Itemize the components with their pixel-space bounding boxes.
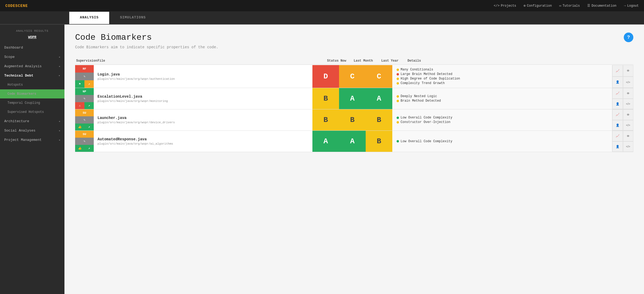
chevron-right-icon: ◂ xyxy=(58,55,60,59)
col-header-details: Details xyxy=(403,59,633,63)
page-title: Code Biomarkers xyxy=(75,33,633,42)
grade-month-automated: A xyxy=(339,131,366,152)
sidebar-item-social-analyses[interactable]: Social Analyses ◂ xyxy=(0,126,64,135)
detail-item: Large Brain Method Detected xyxy=(397,72,608,76)
detail-item: High Degree of Code Duplication xyxy=(397,77,608,81)
file-info-escalation: EscalationLevel.java plugin/src/main/jav… xyxy=(94,88,312,109)
file-name: Launcher.java xyxy=(97,116,309,120)
grade-month-escalation: A xyxy=(339,88,366,109)
grade-year-login: C xyxy=(366,65,392,88)
nav-links: </> Projects ⚙ Configuration ▭ Tutorials… xyxy=(494,4,639,8)
label-np: NP xyxy=(75,88,94,95)
detail-item: Deeply Nested Logic xyxy=(397,94,608,98)
detail-item: Many Conditionals xyxy=(397,68,608,71)
grade-now-automated: A xyxy=(312,131,339,152)
doc-icon: ☰ xyxy=(587,4,590,8)
grade-year-launcher: B xyxy=(366,109,392,130)
person-button[interactable]: 👤 xyxy=(612,77,623,88)
flag-icon: ⚑ xyxy=(75,80,84,88)
logout-icon: → xyxy=(624,4,626,8)
person-button[interactable]: 👤 xyxy=(612,141,623,152)
dot-icon xyxy=(397,73,399,76)
table-row: SU ✎ 👍 ↗ AutomatedResponse.java plugin/s… xyxy=(75,131,633,152)
trend-chart-button[interactable]: 📈 xyxy=(612,88,623,99)
monitor-icon: ▭ xyxy=(559,4,561,8)
code-button[interactable]: </> xyxy=(623,99,634,109)
warning-icon: ⚠ xyxy=(75,102,84,109)
logo-text: ODESCENE xyxy=(8,4,28,8)
person-button[interactable]: 👤 xyxy=(612,120,623,131)
sidebar-item-scope[interactable]: Scope ◂ xyxy=(0,52,64,62)
help-button[interactable]: ? xyxy=(624,33,633,42)
details-escalation: Deeply Nested Logic Brain Method Detecte… xyxy=(392,88,612,109)
sidebar-item-hotspots[interactable]: Hotspots xyxy=(0,80,64,89)
eye-button[interactable]: 👁 xyxy=(623,65,634,77)
supervision-icons-login: RF ✎ ⚑ ↗ xyxy=(75,65,94,88)
sidebar-item-dashboard[interactable]: Dashboard xyxy=(0,43,64,52)
grade-month-launcher: B xyxy=(339,109,366,130)
thumbup-icon: 👍 xyxy=(75,124,84,130)
file-path: plugin/src/main/java/org/wopr/ai_algorit… xyxy=(97,142,309,145)
sidebar-item-architecture[interactable]: Architecture ◂ xyxy=(0,117,64,126)
file-info-automated: AutomatedResponse.java plugin/src/main/j… xyxy=(94,131,312,152)
trend-icon: ↗ xyxy=(84,80,94,88)
trend-chart-button[interactable]: 📈 xyxy=(612,65,623,77)
chevron-right-icon: ◂ xyxy=(58,65,60,68)
code-button[interactable]: </> xyxy=(623,141,634,152)
detail-item: Constructor Over-Injection xyxy=(397,120,608,124)
action-col-automated: 📈 👁 👤 </> xyxy=(612,131,633,152)
code-button[interactable]: </> xyxy=(623,77,634,88)
grade-year-automated: B xyxy=(366,131,392,152)
code-icon: </> xyxy=(494,4,500,8)
col-header-file: File xyxy=(94,59,323,63)
nav-logout[interactable]: → Logout xyxy=(624,4,639,8)
trend-icon: ↗ xyxy=(84,124,94,130)
nav-tutorials[interactable]: ▭ Tutorials xyxy=(559,4,580,8)
sidebar-item-supervised-hotspots[interactable]: Supervised Hotspots xyxy=(0,108,64,117)
file-path: plugin/src/main/java/org/wopr/device_dri… xyxy=(97,121,309,124)
logo-c: C xyxy=(5,4,8,8)
sidebar-item-augmented-analysis[interactable]: Augmented Analysis ◂ xyxy=(0,62,64,71)
trend-chart-button[interactable]: 📈 xyxy=(612,131,623,141)
code-button[interactable]: </> xyxy=(623,120,634,131)
trend-chart-button[interactable]: 📈 xyxy=(612,109,623,120)
eye-button[interactable]: 👁 xyxy=(623,109,634,120)
sidebar-item-temporal-coupling[interactable]: Temporal Coupling xyxy=(0,98,64,108)
sidebar-item-project-management[interactable]: Project Management ◂ xyxy=(0,135,64,145)
dot-icon xyxy=(397,69,399,71)
dot-icon xyxy=(397,117,399,119)
grade-now-login: D xyxy=(312,65,339,88)
details-launcher: Low Overall Code Complexity Constructor … xyxy=(392,109,612,130)
table-row: RF ✎ ⚑ ↗ Login.java plugin/src/main/java… xyxy=(75,65,633,88)
sidebar-project[interactable]: WOPR xyxy=(0,35,64,43)
col-header-lastmonth: Last Month xyxy=(350,59,377,63)
tab-analysis[interactable]: ANALYSIS xyxy=(69,12,109,24)
sidebar-item-code-biomarkers[interactable]: Code Biomarkers xyxy=(0,89,64,98)
person-button[interactable]: 👤 xyxy=(612,99,623,109)
label-su: SU xyxy=(75,109,94,116)
edit-icon: ✎ xyxy=(75,116,94,123)
detail-item: Complexity Trend Growth xyxy=(397,81,608,85)
nav-configuration[interactable]: ⚙ Configuration xyxy=(524,4,552,8)
table-row: SU ✎ 👍 ↗ Launcher.java plugin/src/main/j… xyxy=(75,109,633,131)
col-header-status: Status Now xyxy=(323,59,350,63)
col-header-supervision: Supervision xyxy=(75,59,94,63)
tab-simulations[interactable]: SIMULATIONS xyxy=(109,12,156,24)
file-name: Login.java xyxy=(97,72,309,77)
chevron-right-icon: ◂ xyxy=(58,120,60,123)
table-header: Supervision File Status Now Last Month L… xyxy=(75,57,633,65)
nav-projects[interactable]: </> Projects xyxy=(494,4,516,8)
edit-icon: ✎ xyxy=(75,73,94,80)
file-info-login: Login.java plugin/src/main/java/org/wopr… xyxy=(94,65,312,88)
dot-icon xyxy=(397,121,399,124)
label-rf: RF xyxy=(75,65,94,73)
detail-item: Low Overall Code Complexity xyxy=(397,116,608,120)
chevron-right-icon: ◂ xyxy=(58,129,60,132)
file-path: plugin/src/main/java/org/wopr/authentica… xyxy=(97,77,309,81)
nav-documentation[interactable]: ☰ Documentation xyxy=(587,4,617,8)
file-name: EscalationLevel.java xyxy=(97,94,309,99)
sidebar-item-technical-debt[interactable]: Technical Debt ▾ xyxy=(0,71,64,80)
dot-icon xyxy=(397,140,399,142)
eye-button[interactable]: 👁 xyxy=(623,131,634,141)
eye-button[interactable]: 👁 xyxy=(623,88,634,99)
